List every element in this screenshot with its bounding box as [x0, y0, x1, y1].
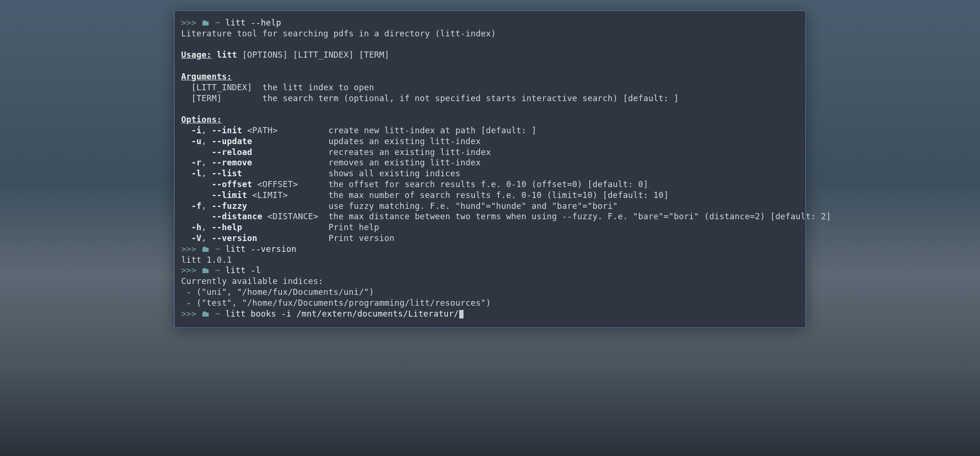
prompt-arrows: >>>: [181, 309, 196, 318]
list-row: - ("uni", "/home/fux/Documents/uni/"): [181, 287, 374, 297]
usage-label: Usage:: [181, 50, 211, 60]
prompt-line-3: >>> 🖿 ~ litt -l: [181, 266, 261, 275]
prompt-arrows: >>>: [181, 18, 196, 27]
opt-help-short: -h: [191, 223, 201, 232]
opt-distance-desc: the max distance between two terms when …: [328, 212, 831, 221]
command-2: litt --version: [225, 244, 296, 254]
list-row: - ("test", "/home/fux/Documents/programm…: [181, 298, 491, 308]
opt-version-short: -V: [191, 233, 201, 243]
usage-args: [OPTIONS] [LITT_INDEX] [TERM]: [242, 50, 389, 60]
prompt-line-1: >>> 🖿 ~ litt --help: [181, 18, 281, 27]
folder-icon: 🖿: [201, 244, 210, 254]
folder-icon: 🖿: [201, 18, 210, 27]
tilde: ~: [215, 309, 220, 318]
options-label: Options:: [181, 115, 222, 124]
opt-remove-short: -r: [191, 158, 201, 167]
opt-version-desc: Print version: [328, 233, 394, 243]
opt-offset-arg: <OFFSET>: [257, 180, 298, 189]
opt-remove-desc: removes an existing litt-index: [328, 158, 481, 167]
opt-list-long: --list: [211, 169, 242, 178]
arg-term-name: [TERM]: [191, 94, 221, 103]
opt-limit-desc: the max number of search results f.e. 0-…: [328, 190, 668, 200]
tilde: ~: [215, 244, 220, 254]
cursor-icon: [459, 310, 464, 318]
opt-fuzzy-short: -f: [191, 201, 201, 211]
prompt-line-2: >>> 🖿 ~ litt --version: [181, 244, 297, 254]
opt-init-desc: create new litt-index at path [default: …: [328, 126, 536, 135]
tilde: ~: [215, 18, 220, 27]
opt-update-desc: updates an existing litt-index: [328, 137, 481, 146]
opt-init-long: --init: [211, 126, 242, 135]
command-3: litt -l: [225, 266, 261, 275]
opt-fuzzy-desc: use fuzzy matching. F.e. "hund"="hunde" …: [328, 201, 618, 211]
arguments-label: Arguments:: [181, 72, 232, 81]
opt-limit-long: --limit: [211, 190, 247, 200]
prompt-arrows: >>>: [181, 266, 196, 275]
opt-version-long: --version: [211, 233, 257, 243]
opt-remove-long: --remove: [211, 158, 252, 167]
arg-litt-index-desc: the litt index to open: [262, 83, 374, 92]
arg-term-desc: the search term (optional, if not specif…: [262, 94, 679, 103]
prompt-arrows: >>>: [181, 244, 196, 254]
arg-litt-index-name: [LITT_INDEX]: [191, 83, 252, 92]
version-output: litt 1.0.1: [181, 255, 232, 265]
command-4-input[interactable]: litt books -i /mnt/extern/documents/Lite…: [225, 309, 459, 318]
opt-offset-long: --offset: [211, 180, 252, 189]
opt-update-long: --update: [211, 137, 252, 146]
list-header: Currently available indices:: [181, 276, 324, 286]
command-1: litt --help: [225, 18, 281, 27]
opt-reload-desc: recreates an existing litt-index: [328, 147, 491, 157]
opt-list-desc: shows all existing indices: [328, 169, 460, 178]
usage-cmd: litt: [217, 50, 237, 60]
help-description: Literature tool for searching pdfs in a …: [181, 29, 496, 38]
folder-icon: 🖿: [201, 266, 210, 275]
prompt-line-4[interactable]: >>> 🖿 ~ litt books -i /mnt/extern/docume…: [181, 309, 464, 318]
tilde: ~: [215, 266, 220, 275]
opt-list-short: -l: [191, 169, 201, 178]
opt-fuzzy-long: --fuzzy: [211, 201, 247, 211]
opt-distance-arg: <DISTANCE>: [268, 212, 318, 221]
folder-icon: 🖿: [201, 309, 210, 318]
terminal-window[interactable]: >>> 🖿 ~ litt --help Literature tool for …: [174, 10, 806, 328]
opt-init-short: -i: [191, 126, 201, 135]
opt-help-long: --help: [211, 223, 242, 232]
opt-distance-long: --distance: [211, 212, 262, 221]
opt-limit-arg: <LIMIT>: [252, 190, 288, 200]
opt-help-desc: Print help: [328, 223, 379, 232]
opt-reload-long: --reload: [211, 147, 252, 157]
opt-offset-desc: the offset for search results f.e. 0-10 …: [328, 180, 648, 189]
opt-init-arg: <PATH>: [247, 126, 278, 135]
opt-update-short: -u: [191, 137, 201, 146]
